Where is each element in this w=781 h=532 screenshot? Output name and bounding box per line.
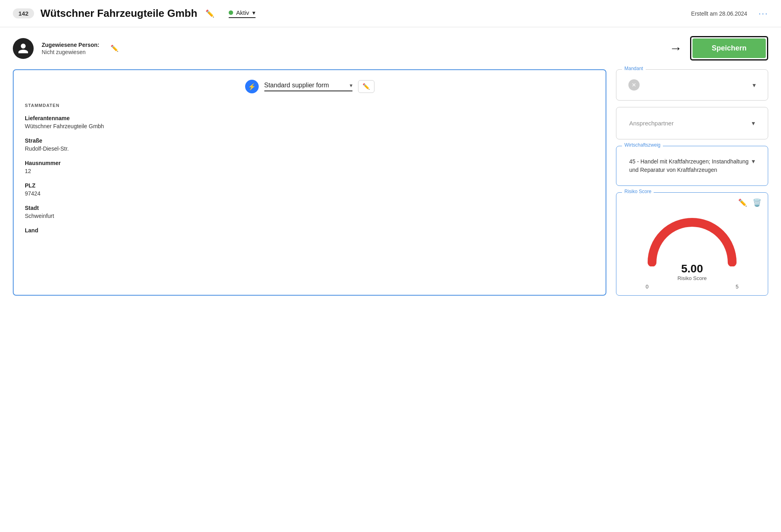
gauge-range: 0 5 <box>644 284 740 290</box>
field-label-stadt: Stadt <box>25 205 594 211</box>
right-panel: Mandant ✕ ▾ Ansprechpartner ▾ Wirtschaft… <box>616 69 768 296</box>
field-value-stadt: Schweinfurt <box>25 213 594 219</box>
ansprechpartner-dropdown-icon[interactable]: ▾ <box>752 119 755 127</box>
field-land: Land <box>25 227 594 234</box>
wirtschaftszweig-label: Wirtschaftszweig <box>622 142 663 148</box>
mandant-content: ✕ ▾ <box>623 75 761 95</box>
status-dropdown-icon[interactable]: ▾ <box>252 9 256 16</box>
field-value-hausnummer: 12 <box>25 168 594 174</box>
field-value-lieferantenname: Wütschner Fahrzeugteile Gmbh <box>25 123 594 129</box>
form-dropdown-label: Standard supplier form <box>264 82 346 89</box>
risiko-label: Risiko Score <box>622 189 654 194</box>
gauge-svg <box>644 214 740 266</box>
risiko-actions: ✏️ 🗑️ <box>623 198 761 207</box>
field-value-strasse: Rudolf-Diesel-Str. <box>25 145 594 152</box>
assigned-info: Zugewiesene Person: Nicht zugewiesen <box>42 42 99 55</box>
wirtschaftszweig-content: 45 - Handel mit Kraftfahrzeugen; Instand… <box>623 152 761 180</box>
mandant-card: Mandant ✕ ▾ <box>616 69 768 101</box>
save-button-wrapper: Speichern <box>690 36 768 60</box>
edit-company-icon[interactable]: ✏️ <box>205 9 214 18</box>
mandant-dropdown-icon[interactable]: ▾ <box>753 81 756 89</box>
form-selector: ⚡ Standard supplier form ▾ ✏️ <box>25 80 594 93</box>
status-label: Aktiv <box>236 9 250 16</box>
field-hausnummer: Hausnummer 12 <box>25 160 594 174</box>
arrow-indicator: → <box>669 41 682 56</box>
supplier-id: 142 <box>13 8 34 18</box>
field-plz: PLZ 97424 <box>25 182 594 197</box>
section-label: STAMMDATEN <box>25 103 594 108</box>
sub-header: Zugewiesene Person: Nicht zugewiesen ✏️ … <box>0 27 781 69</box>
status-badge[interactable]: Aktiv ▾ <box>229 9 256 18</box>
form-icon: ⚡ <box>245 80 259 93</box>
field-label-lieferantenname: Lieferantenname <box>25 115 594 121</box>
field-stadt: Stadt Schweinfurt <box>25 205 594 219</box>
assigned-value: Nicht zugewiesen <box>42 49 99 55</box>
gauge-min: 0 <box>646 284 648 290</box>
more-options-icon[interactable]: ··· <box>759 8 768 19</box>
main-content: ⚡ Standard supplier form ▾ ✏️ STAMMDATEN… <box>0 69 781 308</box>
created-date: Erstellt am 28.06.2024 <box>691 10 747 17</box>
avatar <box>13 38 34 59</box>
risiko-edit-icon[interactable]: ✏️ <box>738 198 747 207</box>
field-label-plz: PLZ <box>25 182 594 189</box>
risiko-delete-icon[interactable]: 🗑️ <box>753 198 761 207</box>
header: 142 Wütschner Fahrzeugteile Gmbh ✏️ Akti… <box>0 0 781 27</box>
field-strasse: Straße Rudolf-Diesel-Str. <box>25 137 594 152</box>
wirtschaftszweig-card: Wirtschaftszweig 45 - Handel mit Kraftfa… <box>616 146 768 186</box>
status-dot <box>229 10 233 15</box>
form-dropdown-arrow-icon: ▾ <box>350 82 352 89</box>
wirtschaftszweig-dropdown-icon[interactable]: ▾ <box>752 157 755 165</box>
field-label-hausnummer: Hausnummer <box>25 160 594 166</box>
gauge-value: 5.00 <box>681 262 703 275</box>
gauge-container: 5.00 Risiko Score 0 5 <box>623 210 761 290</box>
field-label-land: Land <box>25 227 594 234</box>
ansprechpartner-label: Ansprechpartner <box>629 120 674 127</box>
form-dropdown[interactable]: Standard supplier form ▾ <box>264 82 352 91</box>
wirtschaftszweig-value: 45 - Handel mit Kraftfahrzeugen; Instand… <box>629 157 752 174</box>
mandant-clear-button[interactable]: ✕ <box>628 79 640 91</box>
gauge-max: 5 <box>736 284 739 290</box>
field-label-strasse: Straße <box>25 137 594 144</box>
edit-assigned-icon[interactable]: ✏️ <box>111 44 119 52</box>
save-area: → Speichern <box>669 36 768 60</box>
gauge-sublabel: Risiko Score <box>678 275 707 281</box>
form-edit-button[interactable]: ✏️ <box>358 80 374 93</box>
assigned-label: Zugewiesene Person: <box>42 42 99 48</box>
left-panel: ⚡ Standard supplier form ▾ ✏️ STAMMDATEN… <box>13 69 606 296</box>
ansprechpartner-card[interactable]: Ansprechpartner ▾ <box>616 107 768 139</box>
field-value-plz: 97424 <box>25 190 594 197</box>
mandant-label: Mandant <box>622 66 646 71</box>
field-lieferantenname: Lieferantenname Wütschner Fahrzeugteile … <box>25 115 594 129</box>
save-button[interactable]: Speichern <box>692 38 766 58</box>
risiko-card: Risiko Score ✏️ 🗑️ 5.00 Risiko Score 0 5 <box>616 192 768 296</box>
company-name: Wütschner Fahrzeugteile Gmbh <box>40 7 197 20</box>
ansprechpartner-content: Ansprechpartner ▾ <box>623 113 761 133</box>
